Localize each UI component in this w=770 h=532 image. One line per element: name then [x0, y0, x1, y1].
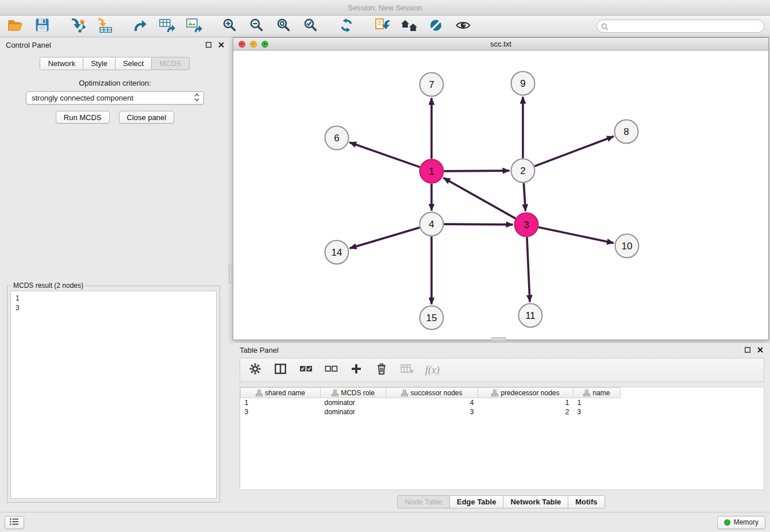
- node-7[interactable]: 7: [420, 73, 444, 97]
- toolbar-group: [337, 18, 356, 35]
- table-row[interactable]: 1dominator411: [241, 398, 621, 407]
- search-input[interactable]: [596, 20, 764, 33]
- edge-1-6[interactable]: [349, 142, 420, 167]
- close-window-icon[interactable]: ×: [238, 41, 245, 48]
- toolbar-group: [68, 18, 114, 35]
- float-table-panel-icon[interactable]: [745, 347, 750, 353]
- column-header-predecessor-nodes[interactable]: predecessor nodes: [478, 388, 573, 398]
- window-resize-handle[interactable]: [491, 337, 506, 341]
- deselect-all-rows-button[interactable]: [324, 362, 338, 378]
- tab-select[interactable]: Select: [115, 57, 152, 70]
- close-panel-icon[interactable]: [218, 42, 224, 48]
- new-network-icon: [133, 18, 148, 34]
- dropdown-stepper-icon: [194, 93, 200, 103]
- network-canvas[interactable]: 7968124314101511: [233, 51, 768, 340]
- export-table-button[interactable]: [158, 18, 176, 35]
- node-14[interactable]: 14: [325, 241, 349, 264]
- add-column-icon: [351, 364, 361, 376]
- column-settings-icon: [249, 363, 261, 377]
- show-hide-button[interactable]: [454, 18, 472, 35]
- close-panel-button[interactable]: Close panel: [119, 111, 175, 124]
- toggle-columns-button[interactable]: [274, 362, 287, 378]
- node-10[interactable]: 10: [615, 234, 639, 258]
- edge-4-3[interactable]: [444, 224, 513, 225]
- network-window: scc.txt × − + 7968124314101511: [233, 37, 769, 340]
- tab-mcds[interactable]: MCDS: [151, 57, 189, 70]
- column-header-name[interactable]: name: [573, 388, 621, 398]
- maximize-window-icon[interactable]: +: [261, 41, 268, 48]
- node-1[interactable]: 1: [420, 160, 444, 183]
- column-header-shared-name[interactable]: shared name: [241, 388, 321, 398]
- edge-2-8[interactable]: [534, 136, 614, 166]
- edge-3-1[interactable]: [444, 178, 516, 219]
- edge-1-2[interactable]: [444, 171, 510, 171]
- tab-network[interactable]: Network: [40, 57, 83, 70]
- zoom-out-button[interactable]: [248, 18, 266, 35]
- column-settings-button[interactable]: [248, 362, 262, 378]
- column-header-successor-nodes[interactable]: successor nodes: [386, 388, 478, 398]
- node-11[interactable]: 11: [519, 304, 542, 327]
- apply-style-icon: [375, 18, 390, 35]
- refresh-button[interactable]: [337, 18, 356, 35]
- network-window-titlebar[interactable]: scc.txt × − +: [233, 38, 768, 51]
- node-6[interactable]: 6: [325, 126, 349, 150]
- minimize-window-icon[interactable]: −: [250, 41, 257, 48]
- node-4[interactable]: 4: [420, 213, 444, 236]
- zoom-selected-button[interactable]: [302, 18, 320, 35]
- node-table-container: shared nameMCDS rolesuccessor nodesprede…: [240, 387, 764, 490]
- open-session-button[interactable]: [6, 18, 24, 35]
- toggle-columns-icon: [275, 364, 286, 376]
- select-all-rows-button[interactable]: [299, 362, 313, 378]
- tab-motifs[interactable]: Motifs: [568, 495, 605, 508]
- optimization-dropdown[interactable]: strongly connected component: [26, 91, 204, 105]
- float-panel-icon[interactable]: [206, 42, 211, 48]
- toolbar-group: [373, 18, 472, 35]
- table-row[interactable]: 3dominator323: [241, 407, 621, 417]
- node-9[interactable]: 9: [511, 72, 535, 95]
- tab-node-table[interactable]: Node Table: [397, 495, 450, 508]
- show-hide-icon: [456, 20, 471, 33]
- import-table-button[interactable]: [95, 18, 114, 35]
- first-neighbors-button[interactable]: [400, 18, 418, 35]
- export-image-button[interactable]: [185, 18, 203, 35]
- table-panel-tabs: Node TableEdge TableNetwork TableMotifs: [233, 495, 770, 508]
- import-network-button[interactable]: [68, 18, 87, 35]
- node-15[interactable]: 15: [420, 306, 444, 330]
- add-column-button[interactable]: [349, 362, 363, 378]
- tab-edge-table[interactable]: Edge Table: [449, 495, 503, 508]
- node-8[interactable]: 8: [615, 120, 638, 144]
- zoom-fit-button[interactable]: [275, 18, 293, 35]
- search-icon: [601, 22, 609, 33]
- new-network-button[interactable]: [131, 18, 149, 35]
- zoom-selected-icon: [304, 18, 318, 34]
- panel-splitter-handle[interactable]: [229, 264, 232, 283]
- memory-button[interactable]: Memory: [717, 516, 765, 529]
- column-header-mcds-role[interactable]: MCDS role: [321, 388, 386, 398]
- delete-column-button[interactable]: [375, 362, 388, 378]
- tab-style[interactable]: Style: [83, 57, 116, 70]
- run-mcds-button[interactable]: Run MCDS: [56, 111, 110, 124]
- annotations-button[interactable]: [427, 18, 445, 35]
- tab-network-table[interactable]: Network Table: [503, 495, 568, 508]
- mcds-result-list[interactable]: 1 3: [10, 291, 217, 499]
- control-panel-header: Control Panel: [0, 37, 230, 52]
- edge-3-11[interactable]: [527, 237, 530, 302]
- edge-3-10[interactable]: [538, 227, 614, 243]
- close-table-panel-icon[interactable]: [757, 347, 763, 353]
- node-3[interactable]: 3: [515, 213, 538, 237]
- delete-table-icon: [401, 364, 414, 376]
- save-session-button[interactable]: [33, 18, 51, 35]
- edge-2-3[interactable]: [523, 183, 525, 211]
- node-2[interactable]: 2: [511, 159, 535, 183]
- control-panel-tabs: NetworkStyleSelectMCDS: [0, 57, 230, 70]
- first-neighbors-icon: [401, 19, 418, 34]
- edge-4-14[interactable]: [350, 228, 420, 248]
- network-graph[interactable]: 7968124314101511: [233, 51, 768, 340]
- window-titlebar[interactable]: Session: New Session: [0, 0, 770, 16]
- window-title: Session: New Session: [348, 3, 422, 12]
- zoom-in-icon: [223, 18, 237, 34]
- export-table-icon: [159, 18, 175, 35]
- task-history-button[interactable]: [5, 516, 24, 529]
- apply-style-button[interactable]: [373, 18, 391, 35]
- zoom-in-button[interactable]: [221, 18, 239, 35]
